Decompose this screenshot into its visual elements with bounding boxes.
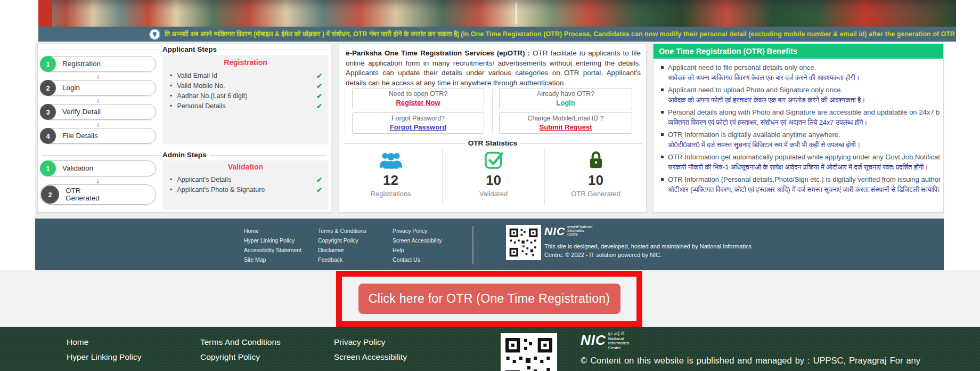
benefit-text-en: Applicant need to file personal details …	[668, 62, 940, 72]
validation-checklist-box: Validation •Applicant's Details ✔ •Appli…	[162, 160, 329, 209]
epotr-intro-label: e-Pariksha One Time Registration Service…	[346, 49, 530, 57]
admin-steps-legend: Admin Steps	[159, 151, 210, 159]
benefits-panel: One Time Registration (OTR) Benefits App…	[653, 44, 944, 213]
benefit-text-hi: आवेदक को अपना व्यक्तिगत विवरण केवल एक बा…	[668, 72, 940, 83]
login-link[interactable]: Login	[556, 99, 575, 107]
benefit-text-en: OTR Information (Personal details,Photo/…	[668, 174, 940, 184]
step-number-badge: 1	[40, 160, 56, 176]
check-icon: ✔	[316, 176, 322, 184]
stat-validated: 10 Validated	[442, 149, 545, 198]
checkbox-icon	[442, 149, 545, 171]
benefit-item: OTR Information is digitally available a…	[660, 130, 940, 150]
down-arrow-icon: ↓	[40, 121, 156, 127]
step-otr-generated: 2 OTR Generated	[40, 184, 156, 205]
footer-link-hyper-linking-policy[interactable]: Hyper Linking Policy	[244, 237, 295, 244]
benefit-text-hi: ओ0टी0आर0 में दर्ज समस्त सूचनाएं डिजिटल र…	[668, 140, 940, 150]
square-bullet-icon	[661, 156, 664, 158]
square-bullet-icon	[661, 66, 664, 69]
step-number-badge: 2	[40, 80, 56, 96]
footer-copyright-text: © Content on this website is published a…	[581, 356, 920, 366]
benefit-item: OTR Information (Personal details,Photo/…	[660, 174, 940, 195]
stat-value: 10	[544, 172, 647, 189]
submit-request-box: Change Mobile/Email ID ? Submit Request	[499, 112, 632, 134]
footer-credit-line2: Centre. © 2022 - IT solution powered by …	[544, 252, 662, 258]
stat-label: Validated	[442, 190, 545, 198]
check-icon: ✔	[316, 92, 322, 100]
step-registration: 1 Registration	[40, 56, 156, 72]
benefit-text-hi: आवेदक को अपना फोटो एवं हस्ताक्षर केवल एक…	[668, 95, 940, 106]
otr-cta-button[interactable]: Click here for OTR (One Time Registratio…	[358, 284, 620, 314]
bottom-footer: Home Hyper Linking Policy Terms And Cond…	[0, 327, 980, 371]
checklist-item: •Valid Email Id ✔	[170, 72, 322, 80]
footer-link-contact-us[interactable]: Contact Us	[393, 256, 420, 263]
stat-value: 10	[442, 172, 545, 189]
step-login: 2 Login	[40, 80, 156, 96]
footer-link-hyper-linking-policy[interactable]: Hyper Linking Policy	[67, 351, 141, 363]
qr-code-image	[506, 225, 541, 260]
square-bullet-icon	[661, 88, 664, 91]
cta-highlight-box: Click here for OTR (One Time Registratio…	[336, 271, 642, 327]
footer-link-terms-conditions[interactable]: Terms & Conditions	[318, 227, 366, 235]
bullet-icon: •	[170, 82, 172, 90]
benefit-text-en: OTR Information is digitally available a…	[668, 130, 940, 140]
benefit-text-hi: सरकारी नौकरी की भिन्न-२ अधिसूचनाओं के सा…	[668, 162, 940, 173]
footer-link-screen-accessibility[interactable]: Screen Accessibility	[393, 237, 442, 244]
checklist-item: •Aadhar No.(Last 6 digit) ✔	[170, 92, 322, 101]
footer-link-home[interactable]: Home	[67, 336, 88, 348]
register-box: Need to open OTR? Register Now	[352, 88, 484, 109]
benefit-text-en: Personal details along with Photo and Si…	[668, 107, 940, 117]
registration-checklist-box: Registration •Valid Email Id ✔ •Valid Mo…	[162, 55, 329, 144]
square-bullet-icon	[661, 111, 664, 114]
bullet-icon: •	[170, 72, 172, 79]
benefit-text-en: Applicant need to upload Photo and Signa…	[668, 85, 940, 95]
footer-link-disclaimer[interactable]: Disclaimer	[318, 246, 344, 254]
check-icon: ✔	[316, 72, 322, 80]
forgot-password-link[interactable]: Forgot Password	[390, 123, 446, 131]
footer-link-privacy-policy[interactable]: Privacy Policy	[393, 227, 427, 235]
notice-text: ति अभ्यर्थी अब अपने व्यक्तिगत विवरण (मोब…	[165, 30, 956, 38]
bullet-icon: •	[170, 186, 172, 193]
footer-link-feedback[interactable]: Feedback	[318, 256, 342, 263]
footer-link-help[interactable]: Help	[393, 246, 404, 254]
stat-otr-generated: 10 OTR Generated	[544, 149, 647, 198]
footer-link-copyright-policy[interactable]: Copyright Policy	[318, 237, 358, 244]
login-box: Already have OTR? Login	[499, 88, 632, 109]
step-validation: 1 Validation	[40, 160, 156, 176]
checklist-item: •Applicant's Photo & Signature ✔	[170, 186, 322, 195]
check-icon: ✔	[316, 82, 322, 90]
benefit-item: Applicant need to file personal details …	[660, 62, 940, 83]
benefit-text-en: OTR Information get automatically popula…	[668, 152, 940, 162]
footer-link-privacy-policy[interactable]: Privacy Policy	[334, 336, 385, 348]
benefit-item: Personal details along with Photo and Si…	[660, 107, 940, 128]
epotr-panel: e-Pariksha One Time Registration Service…	[339, 44, 647, 213]
register-now-link[interactable]: Register Now	[396, 99, 440, 107]
check-icon: ✔	[316, 186, 322, 194]
bullet-icon: •	[170, 176, 172, 183]
footer-link-accessibility-statement[interactable]: Accessibility Statement	[244, 246, 301, 254]
inner-footer: Home Hyper Linking Policy Accessibility …	[35, 219, 944, 270]
benefits-header: One Time Registration (OTR) Benefits	[654, 44, 943, 59]
step-verify-detail: 3 Verify Detail	[40, 104, 156, 120]
checklist-item: •Personal Details ✔	[170, 102, 322, 111]
divider	[472, 226, 473, 264]
forgot-password-box: Forgot Password? Forgot Password	[352, 112, 484, 134]
step-number-badge: 4	[40, 128, 56, 144]
footer-link-copyright-policy[interactable]: Copyright Policy	[200, 351, 260, 363]
step-number-badge: 3	[40, 104, 56, 120]
step-number-badge: 2	[41, 186, 59, 204]
epotr-intro: e-Pariksha One Time Registration Service…	[346, 49, 641, 88]
benefit-item: Applicant need to upload Photo and Signa…	[660, 85, 940, 106]
footer-link-site-map[interactable]: Site Map	[244, 256, 266, 263]
qr-code-image	[501, 333, 557, 371]
stat-value: 12	[339, 172, 442, 189]
bullet-icon: •	[170, 92, 172, 100]
footer-link-screen-accessibility[interactable]: Screen Accessibility	[334, 351, 407, 363]
checklist-title: Validation	[162, 163, 329, 171]
footer-credit-line1: This site is designed, developed, hosted…	[544, 243, 752, 249]
submit-request-link[interactable]: Submit Request	[540, 123, 592, 131]
footer-link-terms-and-conditions[interactable]: Terms And Conditions	[200, 336, 281, 348]
footer-link-home[interactable]: Home	[244, 227, 259, 235]
divider	[345, 89, 345, 134]
checklist-item: •Applicant's Details ✔	[170, 176, 322, 184]
square-bullet-icon	[661, 133, 664, 136]
